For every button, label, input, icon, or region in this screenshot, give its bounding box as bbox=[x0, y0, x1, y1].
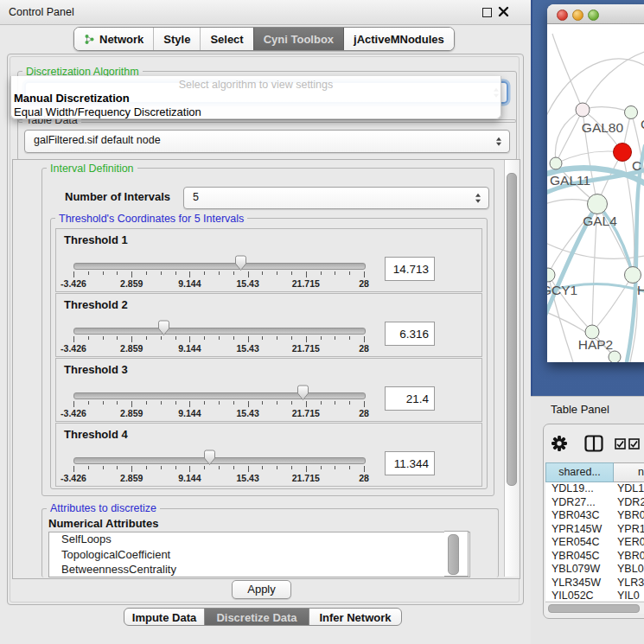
threshold-label: Threshold 4 bbox=[64, 428, 128, 441]
horizontal-scrollbar-thumb[interactable] bbox=[548, 604, 640, 613]
network-node[interactable] bbox=[609, 351, 621, 362]
slider-thumb[interactable] bbox=[203, 450, 216, 466]
vertical-scrollbar-thumb[interactable] bbox=[507, 173, 517, 486]
table-row[interactable]: YDR27...YDR2 bbox=[545, 496, 644, 510]
cell-name[interactable]: YBR0 bbox=[614, 509, 644, 523]
slider-tick bbox=[131, 271, 132, 277]
tab-style[interactable]: Style bbox=[153, 28, 200, 50]
slider-tick-label: 2.859 bbox=[120, 408, 143, 418]
checkbox-icon[interactable] bbox=[615, 438, 626, 450]
numerical-attributes-list[interactable]: SelfLoopsTopologicalCoefficientBetweenne… bbox=[48, 532, 470, 577]
cell-shared-name[interactable]: YDL19... bbox=[545, 482, 614, 496]
network-node[interactable] bbox=[547, 268, 555, 282]
slider-tick-label: 9.144 bbox=[178, 343, 201, 354]
cell-shared-name[interactable]: YIL052C bbox=[545, 590, 614, 601]
slider-thumb[interactable] bbox=[234, 255, 247, 271]
num-intervals-combobox[interactable]: 5 bbox=[183, 187, 489, 209]
attribute-list-item[interactable]: BetweennessCentrality bbox=[49, 563, 469, 577]
table-row[interactable]: YBR043CYBR0 bbox=[545, 509, 644, 523]
table-row[interactable]: YPR145WYPR1 bbox=[545, 523, 644, 537]
slider-tick bbox=[73, 271, 74, 277]
table-data-combobox[interactable]: galFiltered.sif default node bbox=[24, 130, 510, 153]
slider-tick bbox=[248, 466, 249, 472]
cell-name[interactable]: YLR3 bbox=[614, 577, 644, 590]
cell-shared-name[interactable]: YPR145W bbox=[545, 523, 614, 537]
table-row[interactable]: YLR345WYLR3 bbox=[545, 577, 644, 590]
float-window-icon[interactable] bbox=[482, 8, 492, 17]
table-row[interactable]: YER054CYER0 bbox=[545, 536, 644, 550]
cell-shared-name[interactable]: YBR045C bbox=[545, 550, 614, 564]
slider-track[interactable] bbox=[73, 392, 366, 399]
checkbox-icon[interactable] bbox=[628, 438, 640, 450]
column-header-name[interactable]: name bbox=[614, 462, 644, 482]
slider-thumb[interactable] bbox=[296, 385, 309, 401]
cell-name[interactable]: YBL0 bbox=[614, 563, 644, 577]
tab-select[interactable]: Select bbox=[200, 28, 252, 50]
network-node[interactable] bbox=[625, 267, 641, 284]
algorithm-option-equal-width[interactable]: Equal Width/Frequency Discretization bbox=[14, 105, 201, 118]
network-node[interactable] bbox=[625, 106, 638, 119]
threshold-value-field[interactable]: 6.316 bbox=[385, 322, 435, 346]
close-traffic-light[interactable] bbox=[557, 10, 568, 21]
table-rows: YDL19...YDL1YDR27...YDR2YBR043CYBR0YPR14… bbox=[545, 482, 644, 601]
tab-discretize-data[interactable]: Discretize Data bbox=[204, 608, 309, 626]
slider-track[interactable] bbox=[73, 263, 366, 270]
tab-cyni-toolbox[interactable]: Cyni Toolbox bbox=[253, 28, 343, 50]
table-row[interactable]: YBL079WYBL0 bbox=[545, 563, 644, 577]
cell-name[interactable]: YDL1 bbox=[614, 482, 644, 496]
cell-shared-name[interactable]: YLR345W bbox=[545, 577, 614, 590]
table-row[interactable]: YIL052CYIL0 bbox=[545, 590, 644, 601]
network-window[interactable]: GAL80GACGAL11GAL4GCY1HHAP2 bbox=[547, 4, 644, 362]
attribute-list-item[interactable]: TopologicalCoefficient bbox=[49, 548, 469, 564]
cell-name[interactable]: YDR2 bbox=[614, 496, 644, 510]
cell-shared-name[interactable]: YDR27... bbox=[545, 496, 614, 510]
attribute-list-item[interactable]: SelfLoops bbox=[49, 532, 469, 548]
slider-tick bbox=[88, 401, 89, 405]
minimize-traffic-light[interactable] bbox=[572, 10, 583, 21]
cell-name[interactable]: YER0 bbox=[614, 536, 644, 550]
tab-network[interactable]: Network bbox=[74, 28, 153, 50]
network-node[interactable] bbox=[550, 157, 562, 169]
split-columns-icon[interactable] bbox=[584, 435, 603, 452]
close-icon[interactable] bbox=[498, 6, 509, 17]
cell-shared-name[interactable]: YER054C bbox=[545, 536, 614, 550]
horizontal-scrollbar[interactable] bbox=[545, 602, 644, 614]
network-graph[interactable]: GAL80GACGAL11GAL4GCY1HHAP2 bbox=[547, 23, 644, 362]
table-row[interactable]: YDL19...YDL1 bbox=[545, 482, 644, 496]
slider-track[interactable] bbox=[73, 457, 366, 464]
network-node[interactable] bbox=[588, 194, 608, 214]
cell-shared-name[interactable]: YBL079W bbox=[545, 563, 614, 577]
table-panel-title: Table Panel bbox=[551, 403, 609, 416]
vertical-scrollbar[interactable] bbox=[504, 160, 519, 577]
cell-name[interactable]: YPR1 bbox=[614, 523, 644, 537]
list-scrollbar[interactable] bbox=[444, 531, 469, 577]
tab-impute-data[interactable]: Impute Data bbox=[124, 608, 205, 626]
threshold-value-field[interactable]: 21.4 bbox=[385, 386, 435, 411]
slider-tick bbox=[146, 336, 147, 340]
network-node[interactable] bbox=[614, 143, 632, 162]
slider-track[interactable] bbox=[73, 328, 366, 335]
table-row[interactable]: YBR045CYBR0 bbox=[545, 550, 644, 564]
tab-infer-network[interactable]: Infer Network bbox=[309, 608, 402, 626]
cell-shared-name[interactable]: YBR043C bbox=[545, 509, 614, 523]
cell-name[interactable]: YBR0 bbox=[614, 550, 644, 564]
column-header-shared-name[interactable]: shared... bbox=[545, 462, 614, 482]
gear-icon[interactable] bbox=[552, 436, 567, 451]
slider-thumb[interactable] bbox=[157, 320, 170, 336]
slider-tick bbox=[88, 336, 89, 340]
network-window-titlebar[interactable] bbox=[547, 4, 644, 24]
slider-tick bbox=[204, 271, 205, 275]
cell-name[interactable]: YIL0 bbox=[614, 590, 640, 601]
algorithm-option-manual[interactable]: Manual Discretization bbox=[14, 92, 130, 105]
table-panel: Table Panel bbox=[531, 396, 644, 644]
slider-tick bbox=[262, 466, 263, 469]
threshold-value-field[interactable]: 11.344 bbox=[385, 451, 435, 475]
network-node[interactable] bbox=[576, 103, 590, 117]
threshold-value-field[interactable]: 14.713 bbox=[385, 257, 435, 281]
zoom-traffic-light[interactable] bbox=[588, 10, 599, 21]
slider-tick bbox=[335, 336, 335, 340]
list-scrollbar-thumb[interactable] bbox=[448, 534, 459, 575]
tab-jactivemnodules[interactable]: jActiveMNodules bbox=[343, 28, 454, 50]
apply-button[interactable]: Apply bbox=[232, 580, 291, 599]
algorithm-dropdown-popup: Select algorithm to view settings Manual… bbox=[10, 76, 501, 119]
